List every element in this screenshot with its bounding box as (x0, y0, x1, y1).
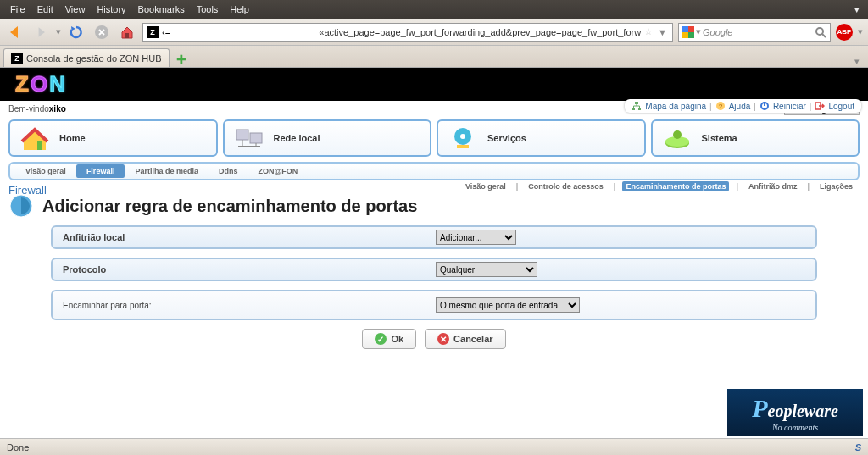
menu-bookmarks[interactable]: Bookmarks (133, 3, 190, 16)
x-icon: ✕ (437, 333, 449, 345)
logout-icon (815, 101, 825, 111)
nav-label-system: Sistema (702, 133, 737, 143)
menu-edit[interactable]: Edit (32, 3, 58, 16)
row-protocol: Protocolo Qualquer (51, 258, 817, 281)
row-forward-port: Encaminhar para porta: O mesmo que porta… (51, 290, 817, 320)
link-sitemap[interactable]: Mapa da página (645, 102, 706, 111)
tab-favicon-icon: Z (11, 53, 23, 64)
help-icon: ? (715, 101, 726, 111)
svg-rect-1 (125, 33, 129, 38)
nav-card-services[interactable]: Serviços (437, 119, 646, 157)
label-local-host: Anfitrião local (63, 232, 436, 242)
toolbar-overflow-icon[interactable]: ▾ (858, 26, 863, 37)
search-icon[interactable] (815, 26, 826, 38)
svg-text:?: ? (718, 103, 722, 110)
sitemap-icon (632, 101, 642, 111)
adblock-icon[interactable]: ABP (836, 24, 853, 41)
crumb-overview[interactable]: Visão geral (462, 181, 509, 191)
welcome-user: xiko (49, 104, 66, 114)
url-bar[interactable]: Z ‹= «active_page=page_fw_port_forwardin… (142, 23, 673, 42)
label-protocol: Protocolo (63, 264, 436, 275)
menu-file[interactable]: File (5, 3, 31, 16)
nav-label-services: Serviços (487, 133, 526, 143)
check-icon: ✓ (375, 333, 387, 345)
home-button[interactable] (117, 22, 137, 42)
link-help[interactable]: Ajuda (729, 102, 751, 111)
nav-card-system[interactable]: Sistema (651, 119, 860, 157)
svg-line-7 (822, 34, 826, 37)
url-text: «active_page=page_fw_port_forwarding_add… (170, 27, 641, 37)
svg-rect-17 (236, 130, 248, 140)
browser-tab[interactable]: Z Consola de gestão do ZON HUB (3, 48, 170, 67)
url-favorite-icon[interactable]: ☆ (644, 26, 653, 37)
main-nav: Home Rede local Serviços Sistema (0, 116, 868, 160)
search-bar[interactable]: ▾ Google (678, 23, 831, 42)
stop-button[interactable] (92, 22, 112, 42)
cancel-button[interactable]: ✕ Cancelar (425, 329, 505, 349)
nav-dropdown-icon[interactable]: ▾ (56, 26, 61, 37)
svg-rect-10 (638, 108, 641, 110)
firewall-tabs: Visão geral| Controlo de acessos| Encami… (8, 181, 860, 191)
header-links: Mapa da página | ? Ajuda | Reiniciar | L… (625, 99, 861, 113)
select-local-host[interactable]: Adicionar... (436, 230, 516, 245)
sub-nav: Visão geral Firewall Partilha de media D… (0, 160, 868, 180)
subnav-zonfon[interactable]: ZON@FON (248, 164, 308, 178)
url-prefix: ‹= (162, 27, 170, 37)
google-icon (682, 26, 694, 38)
network-icon (233, 125, 265, 152)
ok-button[interactable]: ✓ Ok (362, 329, 416, 349)
svg-rect-4 (682, 32, 688, 38)
nav-label-local-network: Rede local (274, 133, 320, 143)
status-text: Done (7, 442, 29, 452)
browser-menubar: File Edit View History Bookmarks Tools H… (0, 0, 868, 19)
menu-tools[interactable]: Tools (192, 3, 224, 16)
welcome-prefix: Bem-vindo (8, 104, 49, 114)
svg-rect-16 (37, 141, 42, 150)
svg-rect-18 (250, 133, 262, 143)
svg-point-27 (673, 130, 682, 139)
menubar-overflow-icon[interactable]: ▾ (851, 4, 863, 15)
subnav-ddns[interactable]: Ddns (209, 164, 248, 178)
crumb-dmz[interactable]: Anfitrião dmz (745, 181, 801, 191)
row-local-host: Anfitrião local Adicionar... (51, 225, 817, 249)
cancel-label: Cancelar (453, 334, 492, 344)
browser-tabstrip: Z Consola de gestão do ZON HUB ✚ ▾ (0, 46, 868, 68)
services-icon (447, 125, 479, 152)
link-logout[interactable]: Logout (828, 102, 854, 111)
crumb-access-control[interactable]: Controlo de acessos (525, 181, 607, 191)
menu-view[interactable]: View (60, 3, 91, 16)
subnav-firewall[interactable]: Firewall (76, 164, 125, 178)
nav-card-local-network[interactable]: Rede local (223, 119, 432, 157)
peopleware-watermark: Peopleware No comments (727, 389, 863, 436)
url-dropdown-icon[interactable]: ▼ (656, 27, 669, 37)
svg-rect-3 (688, 26, 694, 32)
forward-button[interactable] (31, 22, 51, 42)
svg-rect-8 (635, 102, 638, 104)
select-protocol[interactable]: Qualquer (436, 262, 537, 277)
browser-statusbar: Done S (0, 438, 868, 455)
new-tab-button[interactable]: ✚ (173, 52, 190, 67)
tab-title: Consola de gestão do ZON HUB (26, 53, 162, 64)
back-button[interactable] (5, 22, 25, 42)
subnav-media-share[interactable]: Partilha de media (125, 164, 209, 178)
svg-rect-5 (688, 32, 694, 38)
restart-icon (760, 101, 770, 111)
nav-card-home[interactable]: Home (8, 119, 218, 157)
svg-rect-2 (682, 26, 688, 32)
menu-history[interactable]: History (92, 3, 131, 16)
home-icon (19, 125, 51, 152)
browser-toolbar: ▾ Z ‹= «active_page=page_fw_port_forward… (0, 19, 868, 46)
zon-logo: ZON (15, 71, 67, 97)
page-title: Adicionar regra de encaminhamento de por… (42, 197, 417, 216)
link-restart[interactable]: Reiniciar (773, 102, 806, 111)
ok-label: Ok (391, 334, 403, 344)
select-forward-port[interactable]: O mesmo que porta de entrada (436, 297, 580, 313)
subnav-overview[interactable]: Visão geral (15, 164, 76, 178)
search-placeholder: Google (703, 27, 815, 37)
crumb-connections[interactable]: Ligações (816, 181, 856, 191)
svg-rect-24 (457, 145, 469, 148)
tabstrip-overflow-icon[interactable]: ▾ (849, 56, 865, 67)
crumb-port-forwarding[interactable]: Encaminhamento de portas (622, 181, 729, 191)
menu-help[interactable]: Help (225, 3, 254, 16)
reload-button[interactable] (66, 22, 86, 42)
